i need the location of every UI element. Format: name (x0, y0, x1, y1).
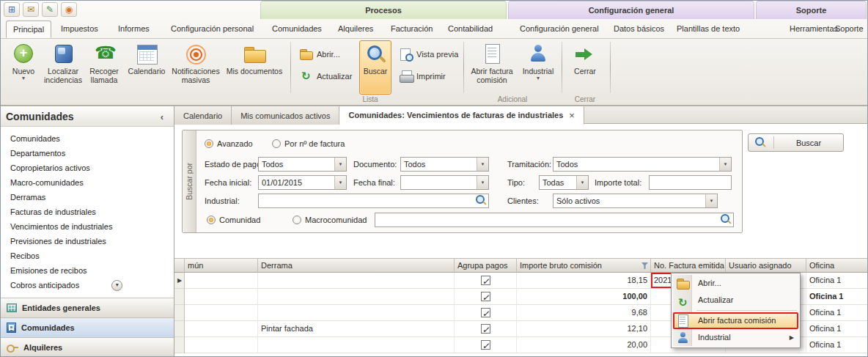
tab-informes[interactable]: Informes (111, 21, 156, 38)
cell-derrama[interactable]: Pintar fachada (258, 321, 455, 337)
tab-datos-basicos[interactable]: Datos básicos (607, 21, 671, 38)
abrir-factura-comision-button[interactable]: Abrir factura comisión (468, 40, 516, 95)
notificaciones-masivas-button[interactable]: Notificaciones masivas (170, 40, 221, 95)
tab-alquileres[interactable]: Alquileres (331, 21, 380, 38)
search-icon[interactable] (720, 213, 733, 227)
sidebar-group-alquileres[interactable]: Alquileres (0, 337, 174, 357)
cell-mun[interactable] (185, 337, 258, 353)
column-header-mun[interactable]: mún (185, 259, 258, 273)
avanzado-radio[interactable]: Avanzado (205, 136, 253, 151)
column-header-no-factura-emitida-comision[interactable]: No. Factura emitida comisión (651, 259, 726, 273)
tab-soporte[interactable]: Soporte (828, 21, 868, 38)
cell-importe[interactable]: 12,10 (517, 321, 651, 337)
sidebar-group-comunidades[interactable]: Comunidades (0, 317, 174, 337)
industrial-lookup-input[interactable] (258, 194, 489, 208)
dropdown-arrow-icon[interactable] (705, 194, 717, 207)
column-header-oficina[interactable]: Oficina (806, 259, 868, 273)
menu-item-industrial[interactable]: Industrial (673, 329, 798, 346)
close-tab-icon[interactable] (569, 110, 575, 121)
doc-tab-vencimientos-facturas-industriales[interactable]: Comunidades: Vencimientos de facturas de… (339, 106, 584, 125)
dropdown-arrow-icon[interactable] (477, 176, 488, 189)
localizar-incidencias-button[interactable]: Localizar incidencias (43, 40, 84, 95)
column-header-usuario-asignado[interactable]: Usuario asignado (726, 259, 806, 273)
cell-mun[interactable] (185, 289, 258, 305)
industrial-button[interactable]: Industrial ▾ (518, 40, 559, 95)
cell-oficina[interactable]: Oficina 1 (806, 321, 868, 337)
buscar-button[interactable]: Buscar (359, 40, 391, 95)
calendario-button[interactable]: Calendario (125, 40, 169, 95)
sidebar-item-derramas[interactable]: Derramas (0, 190, 174, 205)
tab-comunidades[interactable]: Comunidades (265, 21, 328, 38)
cell-derrama[interactable] (258, 273, 455, 289)
macrocomunidad-radio[interactable]: Macrocomunidad (293, 213, 367, 227)
broadcast-icon[interactable] (61, 2, 77, 17)
actualizar-button[interactable]: Actualizar (296, 68, 356, 84)
cell-derrama[interactable] (258, 289, 455, 305)
menu-item-abrir-factura-comision[interactable]: Abrir factura comisión (673, 312, 798, 329)
filter-funnel-icon[interactable] (641, 262, 648, 269)
sidebar-group-entidades-generales[interactable]: Entidades generales (0, 298, 174, 317)
fecha-inicial-datepicker[interactable]: 01/01/2015 (258, 175, 347, 190)
cell-oficina[interactable]: Oficina 1 (806, 273, 868, 289)
sidebar-item-comunidades[interactable]: Comunidades (0, 131, 174, 146)
cell-mun[interactable] (185, 321, 258, 337)
dropdown-arrow-icon[interactable] (334, 158, 346, 171)
cell-derrama[interactable] (258, 337, 455, 353)
column-header-agrupa-pagos[interactable]: Agrupa pagos (455, 259, 517, 273)
search-icon[interactable] (475, 194, 488, 207)
fecha-final-datepicker[interactable] (400, 175, 489, 190)
sidebar-item-cobros-anticipados[interactable]: Cobros anticipados (0, 278, 174, 292)
tab-impuestos[interactable]: Impuestos (54, 21, 105, 38)
dropdown-arrow-icon[interactable] (334, 176, 346, 189)
cell-importe[interactable]: 20,00 (517, 337, 651, 353)
mis-documentos-button[interactable]: Mis documentos (223, 40, 286, 95)
sidebar-item-facturas-de-industriales[interactable]: Facturas de industriales (0, 205, 174, 219)
menu-item-actualizar[interactable]: Actualizar (673, 292, 798, 309)
abrir-button[interactable]: Abrir... (296, 46, 344, 62)
search-button[interactable]: Buscar (748, 133, 844, 152)
agrupa-pagos-checkbox[interactable] (455, 273, 517, 289)
tab-configuracion-personal[interactable]: Configuración personal (164, 21, 260, 38)
mail-icon[interactable] (23, 2, 39, 17)
expand-more-icon[interactable] (111, 280, 122, 291)
tramitacion-select[interactable]: Todos (553, 157, 732, 172)
app-window-icon[interactable] (4, 2, 20, 17)
cell-importe[interactable]: 9,68 (517, 305, 651, 321)
dropdown-arrow-icon[interactable] (576, 176, 588, 189)
dropdown-arrow-icon[interactable] (719, 158, 731, 171)
vista-previa-button[interactable]: Vista previa (396, 46, 462, 62)
cell-oficina[interactable]: Oficina 1 (806, 289, 868, 305)
sidebar-item-copropietarios-activos[interactable]: Copropietarios activos (0, 161, 174, 175)
clientes-select[interactable]: Sólo activos (553, 194, 718, 208)
importe-total-input[interactable] (649, 175, 732, 190)
agrupa-pagos-checkbox[interactable] (455, 305, 517, 321)
tipo-select[interactable]: Todas (539, 175, 589, 190)
sidebar-item-recibos[interactable]: Recibos (0, 249, 174, 263)
cell-oficina[interactable]: Oficina 1 (806, 337, 868, 353)
agrupa-pagos-checkbox[interactable] (455, 321, 517, 337)
cell-derrama[interactable] (258, 305, 455, 321)
agrupa-pagos-checkbox[interactable] (455, 289, 517, 305)
cell-oficina[interactable]: Oficina 1 (806, 305, 868, 321)
tab-configuracion-general[interactable]: Configuración general (513, 21, 606, 38)
comunidad-radio[interactable]: Comunidad (207, 213, 260, 227)
sidebar-item-vencimientos-de-industriales[interactable]: Vencimientos de industriales (0, 219, 174, 234)
sidebar-item-emisiones-de-recibos[interactable]: Emisiones de recibos (0, 263, 174, 278)
column-header-importe-bruto-comision[interactable]: Importe bruto comisión (517, 259, 651, 273)
tab-plantillas-de-texto[interactable]: Plantillas de texto (670, 21, 746, 38)
tab-principal[interactable]: Principal (6, 21, 51, 38)
sidebar-item-macro-comunidades[interactable]: Macro-comunidades (0, 175, 174, 190)
column-header-derrama[interactable]: Derrama (258, 259, 455, 273)
documento-select[interactable]: Todos (400, 157, 489, 172)
collapse-sidebar-icon[interactable] (156, 111, 168, 122)
estado-de-pago-select[interactable]: Todos (258, 157, 347, 172)
tab-contabilidad[interactable]: Contabilidad (441, 21, 499, 38)
cell-importe[interactable]: 18,15 (517, 273, 651, 289)
sidebar-item-departamentos[interactable]: Departamentos (0, 146, 174, 161)
cell-importe[interactable]: 100,00 (517, 289, 651, 305)
comunidad-lookup-input[interactable] (375, 213, 734, 227)
recoger-llamada-button[interactable]: Recoger llamada (85, 40, 123, 95)
menu-item-abrir[interactable]: Abrir... (673, 275, 798, 292)
edit-icon[interactable] (42, 2, 58, 17)
nuevo-button[interactable]: Nuevo ▾ (6, 40, 41, 95)
